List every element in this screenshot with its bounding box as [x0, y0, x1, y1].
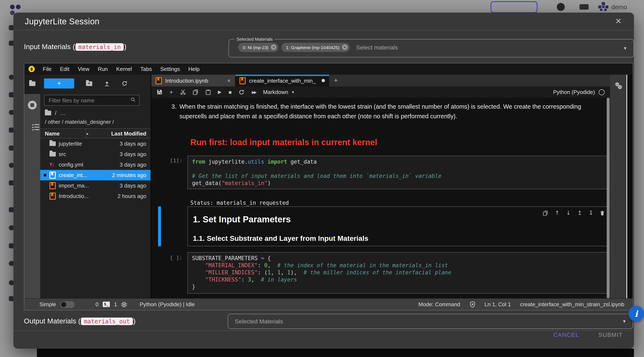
cell-type-dropdown[interactable]: Markdown ▼: [263, 89, 295, 95]
output-select-value: Selected Materials: [228, 314, 633, 328]
cell-prompt: [ ]:: [170, 255, 186, 261]
dialog-title: JupyterLite Session: [25, 17, 100, 27]
background-logo: [10, 5, 15, 9]
menu-help[interactable]: Help: [184, 66, 204, 72]
menu-settings[interactable]: Settings: [156, 66, 184, 72]
material-chip[interactable]: 0: Ni (mp-23) ×: [238, 43, 278, 52]
file-row[interactable]: import_ma... 3 days ago: [40, 180, 150, 191]
menu-tabs[interactable]: Tabs: [136, 66, 156, 72]
company-logo: [598, 2, 608, 11]
folder-icon: [50, 141, 56, 146]
code-cell[interactable]: from jupyterlite.utils import get_data #…: [188, 156, 610, 189]
move-cell-down-icon[interactable]: ↓: [566, 210, 571, 216]
running-kernels-icon[interactable]: [28, 101, 37, 110]
paste-icon[interactable]: [206, 89, 211, 95]
new-launcher-button[interactable]: +: [44, 79, 74, 89]
chip-remove-icon[interactable]: ×: [342, 45, 347, 50]
close-icon[interactable]: ×: [616, 15, 621, 27]
insert-cell-icon[interactable]: +: [170, 89, 173, 96]
insert-cell-above-icon[interactable]: ↥: [577, 210, 582, 216]
restart-kernel-icon[interactable]: [239, 89, 245, 95]
column-last-modified[interactable]: Last Modified: [111, 130, 146, 137]
run-cell-icon[interactable]: ▶: [218, 89, 222, 95]
upload-icon[interactable]: [104, 81, 110, 86]
markdown-cell-selected[interactable]: 1. Set Input Parameters 1.1. Select Subs…: [188, 206, 610, 246]
search-icon: [130, 97, 136, 104]
delete-cell-icon[interactable]: [600, 210, 604, 215]
simple-mode-toggle[interactable]: [60, 301, 75, 308]
column-name[interactable]: Name: [45, 130, 60, 137]
section-heading-1: 1. Set Input Parameters: [193, 214, 291, 224]
notebook-toolbar: + ▶ ■: [151, 86, 610, 98]
mode-indicator[interactable]: Mode: Command: [418, 301, 460, 307]
code-cell[interactable]: SUBSTRATE_PARAMETERS = { "MATERIAL_INDEX…: [188, 252, 610, 294]
markdown-heading-red[interactable]: Run first: load input materials in curre…: [190, 138, 377, 147]
cursor-position[interactable]: Ln 1, Col 1: [484, 301, 511, 307]
jupyterlab-panel: File Edit View Run Kernel Tabs Settings …: [24, 63, 633, 310]
kernel-count[interactable]: 1: [114, 301, 117, 307]
file-row-selected[interactable]: create_int... 2 minutes ago: [40, 170, 150, 180]
chevron-down-icon[interactable]: ▼: [622, 319, 626, 324]
menu-file[interactable]: File: [38, 66, 56, 72]
background-logo: [16, 5, 20, 9]
submit-button[interactable]: SUBMIT: [598, 331, 622, 338]
tab-bar: Introduction.ipynb × create_interface_wi…: [151, 75, 610, 86]
new-tab-icon[interactable]: +: [329, 75, 342, 86]
shield-block-icon: [469, 301, 475, 308]
breadcrumb[interactable]: / …: [45, 110, 66, 116]
kernel-indicator[interactable]: Python (Pyodide): [553, 89, 604, 95]
copy-icon[interactable]: [193, 89, 198, 95]
selected-materials-field[interactable]: Selected Materials 0: Ni (mp-23) × 1: Gr…: [228, 39, 634, 58]
menu-view[interactable]: View: [74, 66, 94, 72]
material-chip[interactable]: 1: Graphene (mp-1040425) ×: [282, 43, 350, 52]
file-row[interactable]: jupyterlite 3 days ago: [40, 138, 150, 149]
output-materials-select[interactable]: Selected Materials ▼: [228, 314, 633, 329]
menu-run[interactable]: Run: [94, 66, 112, 72]
tab-close-icon[interactable]: ×: [227, 77, 230, 84]
kernel-idle-icon: [599, 89, 604, 95]
notebook-file-icon: [240, 77, 246, 84]
breadcrumb-path[interactable]: / other / materials_designer /: [45, 119, 114, 125]
screen: demo JupyterLite Session × Input Materia…: [0, 0, 644, 357]
chip-remove-icon[interactable]: ×: [271, 45, 276, 50]
tab-introduction[interactable]: Introduction.ipynb ×: [151, 75, 235, 86]
file-row[interactable]: src 3 days ago: [40, 149, 150, 159]
breadcrumb-ellipsis[interactable]: …: [60, 110, 66, 116]
section-heading-2: 1.1. Select Substrate and Layer from Inp…: [193, 234, 368, 243]
file-row[interactable]: Y: config.yml 3 days ago: [40, 159, 150, 170]
background-content-strip: [37, 348, 634, 357]
property-inspector-gears-icon[interactable]: [615, 82, 622, 91]
unsaved-changes-dot[interactable]: [322, 79, 325, 82]
file-browser-icon[interactable]: [29, 81, 36, 87]
actions-divider: [14, 330, 634, 331]
save-icon[interactable]: [157, 89, 162, 95]
cancel-button[interactable]: CANCEL: [553, 331, 579, 338]
notebook-file-icon: [50, 182, 56, 189]
file-row[interactable]: Introductio... 2 hours ago: [40, 191, 150, 201]
tab-create-interface[interactable]: create_interface_with_min_: [235, 75, 329, 86]
selected-materials-legend: Selected Materials: [234, 37, 275, 42]
status-bar: Simple 0 $_ 1 Python (Pyodide) | Idle Mo…: [24, 298, 633, 310]
chevron-down-icon[interactable]: ▼: [623, 46, 627, 51]
duplicate-cell-icon[interactable]: [543, 210, 548, 215]
chevron-down-icon: ▼: [291, 90, 295, 94]
menu-kernel[interactable]: Kernel: [112, 66, 136, 72]
terminal-count[interactable]: 0: [96, 301, 98, 307]
stop-kernel-icon[interactable]: ■: [228, 89, 232, 95]
home-folder-icon[interactable]: [45, 111, 51, 115]
status-filename: create_interface_with_min_strain_zsl.ipy…: [520, 301, 624, 307]
sort-asc-icon[interactable]: ▲: [86, 132, 89, 135]
menu-edit[interactable]: Edit: [56, 66, 74, 72]
restart-run-all-icon[interactable]: ▶▶: [252, 90, 256, 94]
new-folder-icon[interactable]: [86, 81, 92, 86]
kernel-status-text[interactable]: Python (Pyodide) | Idle: [140, 301, 195, 307]
filter-files-input[interactable]: [44, 95, 140, 106]
scrollbar[interactable]: [607, 98, 610, 298]
dialog-actions: CANCEL SUBMIT: [553, 331, 622, 338]
markdown-list-item[interactable]: 3. When the strain matching is finished,…: [172, 102, 582, 121]
insert-cell-below-icon[interactable]: ↧: [589, 210, 593, 216]
move-cell-up-icon[interactable]: ↑: [555, 210, 560, 216]
info-button[interactable]: i: [628, 306, 644, 321]
refresh-icon[interactable]: [122, 81, 128, 86]
cut-icon[interactable]: [180, 89, 186, 95]
